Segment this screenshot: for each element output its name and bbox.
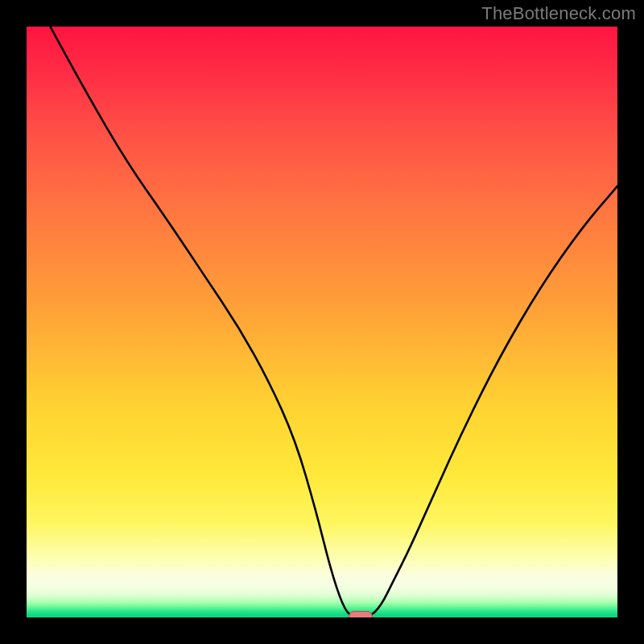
bottleneck-curve <box>27 27 617 617</box>
curve-path <box>50 27 617 617</box>
watermark-text: TheBottleneck.com <box>481 3 636 24</box>
optimal-marker <box>349 611 373 617</box>
chart-container: TheBottleneck.com <box>0 0 644 644</box>
plot-area <box>27 27 617 617</box>
